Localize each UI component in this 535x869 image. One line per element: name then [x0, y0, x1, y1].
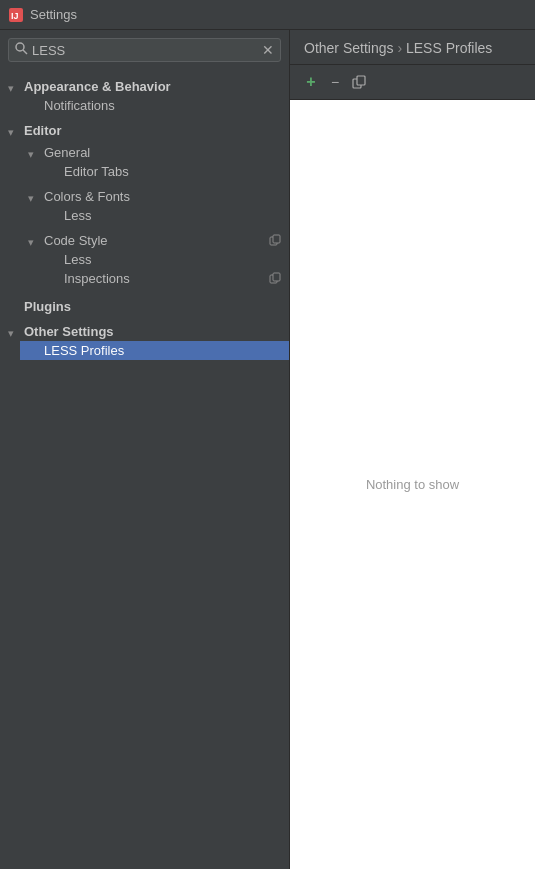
svg-point-2	[16, 43, 24, 51]
tree-section-colors-fonts: Colors & Fonts Less	[20, 184, 289, 228]
other-settings-label: Other Settings	[24, 324, 114, 339]
svg-rect-7	[273, 273, 280, 281]
tree-section-appearance: Appearance & Behavior Notifications	[0, 74, 289, 118]
inspections-label: Inspections	[64, 271, 130, 286]
breadcrumb-parent: Other Settings	[304, 40, 394, 56]
right-panel: Other Settings › LESS Profiles + − Nothi…	[290, 30, 535, 869]
right-header: Other Settings › LESS Profiles	[290, 30, 535, 65]
search-icon	[15, 42, 28, 58]
main-container: ✕ Appearance & Behavior Notifications	[0, 30, 535, 869]
svg-line-3	[23, 50, 27, 54]
sidebar-item-less-code[interactable]: Less	[40, 250, 289, 269]
code-style-label: Code Style	[44, 233, 108, 248]
title-bar: IJ Settings	[0, 0, 535, 30]
notifications-label: Notifications	[44, 98, 115, 113]
empty-message: Nothing to show	[366, 477, 459, 492]
sidebar-item-less-colors[interactable]: Less	[40, 206, 289, 225]
breadcrumb-current: LESS Profiles	[406, 40, 492, 56]
sidebar-item-editor-tabs[interactable]: Editor Tabs	[40, 162, 289, 181]
svg-rect-5	[273, 235, 280, 243]
copy-icon-inspections	[269, 272, 281, 286]
search-box: ✕	[8, 38, 281, 62]
settings-tree: Appearance & Behavior Notifications Edit…	[0, 70, 289, 869]
expand-arrow-appearance	[8, 80, 22, 94]
other-settings-children: LESS Profiles	[0, 341, 289, 360]
code-style-children: Less Inspections	[20, 250, 289, 288]
no-arrow-editor-tabs	[48, 165, 62, 179]
editor-label: Editor	[24, 123, 62, 138]
sidebar-item-inspections[interactable]: Inspections	[40, 269, 289, 288]
colors-fonts-children: Less	[20, 206, 289, 225]
sidebar-item-code-style[interactable]: Code Style	[20, 231, 289, 250]
sidebar-item-other-settings[interactable]: Other Settings	[0, 322, 289, 341]
search-clear-button[interactable]: ✕	[262, 43, 274, 57]
colors-fonts-label: Colors & Fonts	[44, 189, 130, 204]
copy-profile-button[interactable]	[348, 71, 370, 93]
appearance-children: Notifications	[0, 96, 289, 115]
tree-section-plugins: Plugins	[0, 294, 289, 319]
copy-icon-code-style	[269, 234, 281, 248]
app-icon: IJ	[8, 7, 24, 23]
general-label: General	[44, 145, 90, 160]
tree-section-editor: Editor General Editor Tabs	[0, 118, 289, 294]
window-title: Settings	[30, 7, 77, 22]
svg-rect-9	[357, 76, 365, 85]
expand-arrow-general	[28, 146, 42, 160]
expand-arrow-code-style	[28, 234, 42, 248]
less-code-label: Less	[64, 252, 91, 267]
general-children: Editor Tabs	[20, 162, 289, 181]
sidebar-item-colors-fonts[interactable]: Colors & Fonts	[20, 187, 289, 206]
no-arrow-less-colors	[48, 209, 62, 223]
profiles-toolbar: + −	[290, 65, 535, 100]
add-profile-button[interactable]: +	[300, 71, 322, 93]
no-arrow-notifications	[28, 99, 42, 113]
less-profiles-label: LESS Profiles	[44, 343, 124, 358]
sidebar-item-notifications[interactable]: Notifications	[20, 96, 289, 115]
appearance-behavior-label: Appearance & Behavior	[24, 79, 171, 94]
no-arrow-inspections	[48, 272, 62, 286]
sidebar-item-appearance-behavior[interactable]: Appearance & Behavior	[0, 77, 289, 96]
profiles-content-area: Nothing to show	[290, 100, 535, 869]
expand-arrow-editor	[8, 124, 22, 138]
sidebar-item-editor[interactable]: Editor	[0, 121, 289, 140]
expand-arrow-colors	[28, 190, 42, 204]
left-panel: ✕ Appearance & Behavior Notifications	[0, 30, 290, 869]
tree-section-general: General Editor Tabs	[20, 140, 289, 184]
less-colors-label: Less	[64, 208, 91, 223]
no-arrow-plugins	[8, 300, 22, 314]
no-arrow-less-code	[48, 253, 62, 267]
breadcrumb-path: Other Settings › LESS Profiles	[304, 40, 492, 56]
sidebar-item-less-profiles[interactable]: LESS Profiles	[20, 341, 289, 360]
svg-text:IJ: IJ	[11, 11, 19, 21]
sidebar-item-plugins[interactable]: Plugins	[0, 297, 289, 316]
remove-profile-button[interactable]: −	[324, 71, 346, 93]
no-arrow-less-profiles	[28, 344, 42, 358]
editor-tabs-label: Editor Tabs	[64, 164, 129, 179]
editor-children: General Editor Tabs Co	[0, 140, 289, 291]
sidebar-item-general[interactable]: General	[20, 143, 289, 162]
breadcrumb-separator: ›	[397, 40, 406, 56]
tree-section-other-settings: Other Settings LESS Profiles	[0, 319, 289, 363]
expand-arrow-other	[8, 325, 22, 339]
search-input[interactable]	[32, 43, 262, 58]
plugins-label: Plugins	[24, 299, 71, 314]
tree-section-code-style: Code Style Less	[20, 228, 289, 291]
